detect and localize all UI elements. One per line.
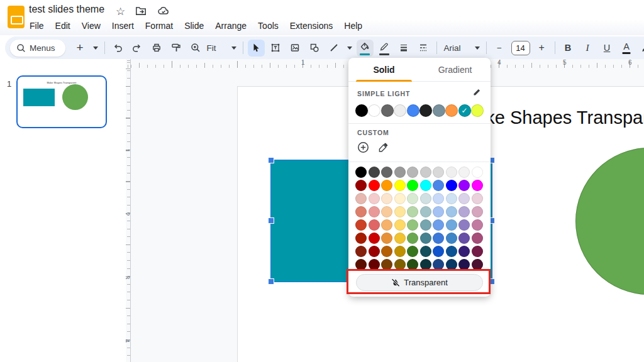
theme-color-swatch[interactable] — [471, 104, 484, 117]
palette-swatch[interactable] — [433, 219, 444, 231]
palette-swatch[interactable] — [433, 233, 444, 244]
document-title[interactable]: test slides theme — [29, 4, 104, 15]
theme-color-swatch[interactable] — [355, 104, 368, 117]
palette-swatch[interactable] — [355, 246, 367, 257]
text-box-button[interactable] — [267, 40, 284, 57]
palette-swatch[interactable] — [381, 246, 392, 257]
palette-swatch[interactable] — [381, 206, 392, 217]
tab-gradient[interactable]: Gradient — [419, 58, 491, 81]
font-size-input[interactable]: 14 — [511, 41, 530, 55]
select-tool-button[interactable] — [248, 40, 265, 57]
palette-swatch[interactable] — [472, 193, 483, 204]
palette-swatch[interactable] — [420, 233, 431, 244]
palette-swatch[interactable] — [369, 233, 380, 244]
undo-button[interactable] — [109, 40, 126, 57]
zoom-button[interactable] — [187, 40, 204, 57]
menu-extensions[interactable]: Extensions — [284, 19, 338, 33]
palette-swatch[interactable] — [369, 219, 380, 231]
palette-swatch[interactable] — [407, 246, 418, 257]
palette-swatch[interactable] — [433, 167, 444, 178]
move-folder-icon[interactable] — [135, 4, 147, 19]
selection-handle-nw[interactable] — [269, 158, 274, 163]
tab-solid[interactable]: Solid — [348, 58, 419, 81]
palette-swatch[interactable] — [394, 219, 406, 231]
palette-swatch[interactable] — [420, 219, 431, 231]
font-family-select[interactable]: Arial — [444, 43, 461, 53]
palette-swatch[interactable] — [407, 167, 418, 178]
palette-swatch[interactable] — [446, 206, 457, 217]
add-custom-color-button[interactable] — [357, 141, 370, 156]
palette-swatch[interactable] — [394, 167, 406, 178]
increase-font-size-button[interactable]: + — [533, 40, 550, 57]
palette-swatch[interactable] — [369, 246, 380, 257]
palette-swatch[interactable] — [394, 180, 406, 191]
insert-plus-button[interactable]: + — [72, 40, 89, 57]
theme-color-swatch[interactable] — [407, 104, 419, 117]
palette-swatch[interactable] — [355, 167, 367, 178]
menu-slide[interactable]: Slide — [179, 19, 209, 33]
palette-swatch[interactable] — [420, 193, 431, 204]
palette-swatch[interactable] — [355, 219, 367, 231]
theme-color-swatch[interactable] — [419, 104, 432, 117]
theme-color-swatch[interactable]: ✓ — [458, 104, 471, 117]
palette-swatch[interactable] — [458, 233, 470, 244]
palette-swatch[interactable] — [394, 246, 406, 257]
search-menus-button[interactable]: Menus — [10, 40, 65, 57]
theme-color-swatch[interactable] — [445, 104, 458, 117]
palette-swatch[interactable] — [394, 206, 406, 217]
palette-swatch[interactable] — [458, 219, 470, 231]
menu-insert[interactable]: Insert — [106, 19, 140, 33]
insert-dropdown-caret[interactable] — [93, 47, 98, 50]
palette-swatch[interactable] — [472, 206, 483, 217]
palette-swatch[interactable] — [472, 233, 483, 244]
fill-color-button[interactable] — [357, 40, 374, 57]
palette-swatch[interactable] — [407, 219, 418, 231]
palette-swatch[interactable] — [407, 206, 418, 217]
palette-swatch[interactable] — [381, 180, 392, 191]
palette-swatch[interactable] — [394, 193, 406, 204]
insert-shape-button[interactable] — [306, 40, 323, 57]
menu-arrange[interactable]: Arrange — [209, 19, 252, 33]
palette-swatch[interactable] — [369, 193, 380, 204]
palette-swatch[interactable] — [355, 233, 367, 244]
cloud-status-icon[interactable] — [157, 4, 170, 19]
menu-edit[interactable]: Edit — [50, 19, 76, 33]
palette-swatch[interactable] — [420, 167, 431, 178]
print-button[interactable] — [148, 40, 165, 57]
palette-swatch[interactable] — [458, 206, 470, 217]
selection-handle-sw[interactable] — [269, 279, 274, 284]
slides-app-icon[interactable] — [8, 6, 25, 28]
theme-color-swatch[interactable] — [394, 104, 406, 117]
menu-file[interactable]: File — [24, 19, 50, 33]
palette-swatch[interactable] — [446, 233, 457, 244]
palette-swatch[interactable] — [381, 193, 392, 204]
decrease-font-size-button[interactable]: − — [491, 40, 508, 57]
selection-handle-w[interactable] — [269, 218, 274, 223]
palette-swatch[interactable] — [394, 233, 406, 244]
edit-theme-colors-button[interactable] — [472, 87, 482, 99]
menu-help[interactable]: Help — [338, 19, 368, 33]
palette-swatch[interactable] — [369, 167, 380, 178]
insert-line-button[interactable] — [326, 40, 343, 57]
highlight-pen-button[interactable] — [638, 40, 644, 57]
redo-button[interactable] — [129, 40, 146, 57]
palette-swatch[interactable] — [472, 219, 483, 231]
palette-swatch[interactable] — [446, 167, 457, 178]
insert-image-button[interactable] — [287, 40, 304, 57]
palette-swatch[interactable] — [472, 246, 483, 257]
text-color-button[interactable]: A — [618, 40, 635, 57]
palette-swatch[interactable] — [433, 206, 444, 217]
palette-swatch[interactable] — [458, 246, 470, 257]
slide-thumbnail[interactable]: Make Shapes Transparent — [16, 75, 107, 128]
border-dash-button[interactable] — [415, 40, 432, 57]
palette-swatch[interactable] — [381, 219, 392, 231]
palette-swatch[interactable] — [458, 167, 470, 178]
palette-swatch[interactable] — [381, 233, 392, 244]
theme-color-swatch[interactable] — [381, 104, 394, 117]
palette-swatch[interactable] — [446, 219, 457, 231]
palette-swatch[interactable] — [355, 193, 367, 204]
palette-swatch[interactable] — [458, 180, 470, 191]
font-dropdown-caret[interactable] — [475, 47, 480, 50]
palette-swatch[interactable] — [420, 246, 431, 257]
palette-swatch[interactable] — [407, 180, 418, 191]
